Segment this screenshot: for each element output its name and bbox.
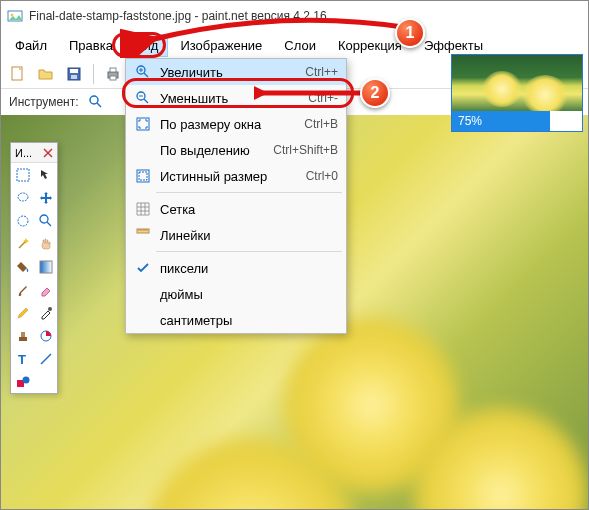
new-button[interactable] — [7, 63, 29, 85]
badge-number: 1 — [406, 24, 415, 42]
tool-pencil[interactable] — [11, 301, 34, 324]
thumb-content — [482, 71, 522, 107]
svg-rect-40 — [139, 172, 147, 180]
tool-text[interactable]: T — [11, 347, 34, 370]
menuitem-shortcut: Ctrl+B — [304, 117, 338, 131]
rulers-icon — [130, 227, 156, 243]
instrument-zoom-icon[interactable] — [85, 91, 107, 113]
tool-recolor[interactable] — [34, 324, 57, 347]
thumbnail-progress: 75% — [452, 111, 582, 131]
tool-move[interactable] — [34, 163, 57, 186]
svg-line-14 — [97, 103, 101, 107]
menuitem-rulers[interactable]: Линейки — [126, 222, 346, 248]
menu-view[interactable]: Вид — [125, 34, 169, 57]
app-icon — [7, 8, 23, 24]
menuitem-shortcut: Ctrl+- — [308, 91, 338, 105]
menuitem-label: Линейки — [156, 228, 338, 243]
zoom-out-icon — [130, 90, 156, 106]
menuitem-label: Истинный размер — [156, 169, 306, 184]
svg-rect-25 — [19, 337, 27, 341]
open-button[interactable] — [35, 63, 57, 85]
print-button[interactable] — [102, 63, 124, 85]
tool-magic-wand[interactable] — [11, 232, 34, 255]
menuitem-actual-size[interactable]: Истинный размер Ctrl+0 — [126, 163, 346, 189]
dropdown-separator — [156, 192, 342, 193]
tools-panel-title: И... — [11, 143, 57, 163]
svg-line-21 — [47, 222, 51, 226]
tool-lasso[interactable] — [11, 186, 34, 209]
close-icon[interactable] — [43, 148, 53, 158]
tool-eraser[interactable] — [34, 278, 57, 301]
svg-point-1 — [11, 14, 14, 17]
actual-size-icon — [130, 168, 156, 184]
svg-point-20 — [40, 215, 48, 223]
tool-zoom[interactable] — [34, 209, 57, 232]
tool-empty — [34, 370, 57, 393]
svg-point-18 — [18, 193, 28, 201]
badge-number: 2 — [371, 84, 380, 102]
window-title: Final-date-stamp-faststone.jpg - paint.n… — [29, 9, 327, 23]
tools-panel-title-text: И... — [15, 147, 32, 159]
check-icon — [130, 260, 156, 276]
menu-edit[interactable]: Правка — [59, 34, 123, 57]
svg-rect-23 — [40, 261, 52, 273]
toolbar-sep-1 — [93, 64, 94, 84]
menuitem-label: дюймы — [156, 287, 338, 302]
menuitem-shortcut: Ctrl+0 — [306, 169, 338, 183]
menuitem-centimeters[interactable]: сантиметры — [126, 307, 346, 333]
svg-line-29 — [41, 354, 51, 364]
svg-point-13 — [90, 96, 98, 104]
annotation-badge-2: 2 — [360, 78, 390, 108]
svg-rect-5 — [71, 75, 77, 79]
save-button[interactable] — [63, 63, 85, 85]
tool-fill[interactable] — [11, 255, 34, 278]
svg-rect-7 — [110, 68, 116, 72]
tool-ellipse-select[interactable] — [11, 209, 34, 232]
svg-rect-26 — [21, 332, 25, 337]
tool-line[interactable] — [34, 347, 57, 370]
svg-point-24 — [48, 307, 52, 311]
annotation-badge-1: 1 — [395, 18, 425, 48]
thumb-content — [522, 75, 568, 115]
menu-image[interactable]: Изображение — [170, 34, 272, 57]
menuitem-fit-selection[interactable]: По выделению Ctrl+Shift+B — [126, 137, 346, 163]
menuitem-shortcut: Ctrl+Shift+B — [273, 143, 338, 157]
tool-shapes[interactable] — [11, 370, 34, 393]
tool-gradient[interactable] — [34, 255, 57, 278]
menuitem-label: пиксели — [156, 261, 338, 276]
tools-panel: И... T — [10, 142, 58, 394]
menuitem-inches[interactable]: дюймы — [126, 281, 346, 307]
menuitem-label: Уменьшить — [156, 91, 308, 106]
menuitem-fit-window[interactable]: По размеру окна Ctrl+B — [126, 111, 346, 137]
fit-window-icon — [130, 116, 156, 132]
menuitem-zoom-in[interactable]: Увеличить Ctrl++ — [126, 59, 346, 85]
zoom-in-icon — [130, 64, 156, 80]
svg-rect-8 — [110, 76, 116, 80]
svg-point-31 — [22, 376, 29, 383]
thumbnail-image — [452, 55, 582, 111]
tool-move-selection[interactable] — [34, 186, 57, 209]
tool-clone[interactable] — [11, 324, 34, 347]
thumbnail-panel[interactable]: 75% — [451, 54, 583, 132]
instrument-label: Инструмент: — [9, 95, 79, 109]
svg-line-33 — [144, 73, 148, 77]
menuitem-zoom-out[interactable]: Уменьшить Ctrl+- — [126, 85, 346, 111]
tool-rect-select[interactable] — [11, 163, 34, 186]
menuitem-label: Сетка — [156, 202, 338, 217]
svg-line-22 — [19, 241, 26, 248]
menuitem-pixels[interactable]: пиксели — [126, 255, 346, 281]
dropdown-separator — [156, 251, 342, 252]
tool-color-picker[interactable] — [34, 301, 57, 324]
tool-brush[interactable] — [11, 278, 34, 301]
menu-file[interactable]: Файл — [5, 34, 57, 57]
svg-point-19 — [18, 216, 28, 226]
menuitem-grid[interactable]: Сетка — [126, 196, 346, 222]
menuitem-label: сантиметры — [156, 313, 338, 328]
svg-rect-4 — [70, 69, 78, 73]
menu-layers[interactable]: Слои — [274, 34, 326, 57]
svg-text:T: T — [18, 352, 26, 366]
svg-rect-17 — [17, 169, 29, 181]
svg-line-37 — [144, 99, 148, 103]
tool-pan[interactable] — [34, 232, 57, 255]
tools-grid: T — [11, 163, 57, 393]
